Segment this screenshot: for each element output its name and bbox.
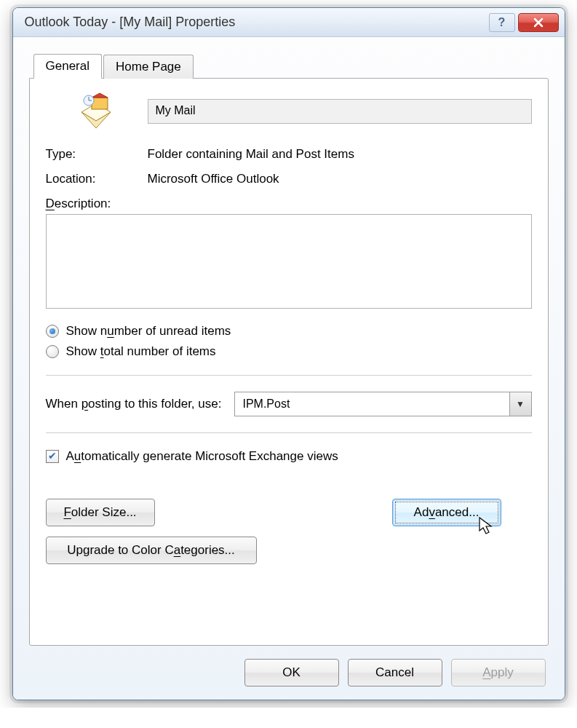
posting-form-combobox[interactable]: IPM.Post ▼ xyxy=(234,392,531,416)
tab-panel-general: My Mail Type: Folder containing Mail and… xyxy=(29,78,549,646)
tab-strip: General Home Page xyxy=(29,50,549,78)
location-value: Microsoft Office Outlook xyxy=(148,172,279,186)
client-area: General Home Page My Mail xyxy=(13,37,565,700)
description-input[interactable] xyxy=(46,214,532,309)
ok-button[interactable]: OK xyxy=(244,659,339,687)
separator xyxy=(46,432,532,433)
apply-button[interactable]: Apply xyxy=(451,659,546,687)
tab-home-page[interactable]: Home Page xyxy=(103,55,194,79)
chevron-down-icon: ▼ xyxy=(516,399,525,409)
advanced-button[interactable]: Advanced... xyxy=(392,499,501,526)
combobox-drop-button[interactable]: ▼ xyxy=(509,392,531,416)
cancel-button[interactable]: Cancel xyxy=(348,659,442,687)
tab-general[interactable]: General xyxy=(33,54,102,79)
svg-marker-2 xyxy=(92,93,108,98)
close-button[interactable] xyxy=(518,13,559,32)
radio-show-unread[interactable]: Show number of unread items xyxy=(46,324,532,339)
dialog-footer: OK Cancel Apply xyxy=(29,659,549,687)
title-bar: Outlook Today - [My Mail] Properties ? xyxy=(13,8,565,37)
checkbox-icon xyxy=(46,450,59,463)
window-title: Outlook Today - [My Mail] Properties xyxy=(25,15,486,30)
description-label: Description: xyxy=(46,197,532,211)
folder-name-field[interactable]: My Mail xyxy=(148,99,532,124)
checkbox-auto-exchange-views[interactable]: Automatically generate Microsoft Exchang… xyxy=(46,449,532,464)
folder-icon xyxy=(46,92,148,131)
separator xyxy=(46,375,532,376)
folder-size-button[interactable]: Folder Size... xyxy=(46,499,155,526)
posting-label: When posting to this folder, use: xyxy=(46,397,222,411)
upgrade-categories-button[interactable]: Upgrade to Color Categories... xyxy=(46,537,257,564)
radio-show-total[interactable]: Show total number of items xyxy=(46,344,532,359)
help-button[interactable]: ? xyxy=(489,13,515,32)
radio-icon xyxy=(46,345,59,358)
close-icon xyxy=(533,17,544,28)
properties-dialog: Outlook Today - [My Mail] Properties ? G… xyxy=(12,7,565,700)
location-label: Location: xyxy=(46,172,148,186)
type-label: Type: xyxy=(46,147,148,162)
radio-icon xyxy=(46,325,59,338)
combobox-value: IPM.Post xyxy=(235,397,509,411)
help-icon: ? xyxy=(498,16,506,29)
type-value: Folder containing Mail and Post Items xyxy=(148,147,354,162)
